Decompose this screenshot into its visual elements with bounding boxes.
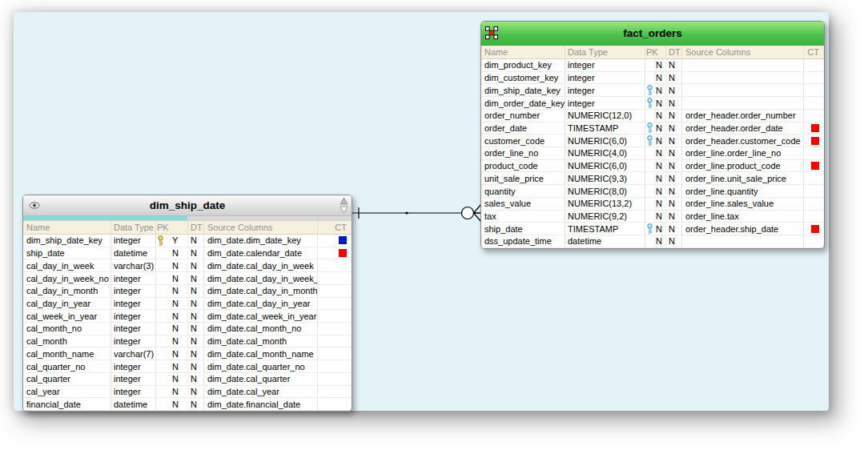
table-row[interactable]: cal_month_namevarchar(7)NNdim_date.cal_m… [23, 348, 352, 360]
fact-orders-title-bar[interactable]: fact_orders [481, 22, 824, 46]
ct-cell [318, 373, 352, 385]
eye-icon[interactable] [29, 202, 40, 209]
table-row[interactable]: dim_customer_keyintegerNN [481, 72, 824, 85]
table-row[interactable]: cal_quarterintegerNNdim_date.cal_quarter [23, 373, 352, 386]
pk-flag: N [172, 349, 179, 359]
table-row[interactable]: cal_month_nointegerNNdim_date.cal_month_… [23, 323, 352, 335]
column-data-type: integer [565, 59, 645, 71]
dt-flag: N [188, 323, 204, 335]
table-row[interactable]: financial_datedatetimeNNdim_date.financi… [23, 398, 352, 411]
scroll-up-arrow-icon[interactable] [340, 197, 348, 205]
column-name: customer_code [481, 135, 565, 147]
column-name: ship_date [23, 247, 111, 259]
column-name: cal_year [23, 386, 111, 398]
table-row[interactable]: dim_ship_date_keyintegerNN [481, 84, 824, 97]
column-name: cal_week_in_year [23, 310, 111, 322]
table-row[interactable]: cal_yearintegerNNdim_date.cal_year [23, 386, 352, 399]
column-data-type: datetime [565, 235, 645, 247]
column-name: cal_month [23, 335, 111, 348]
table-row[interactable]: order_numberNUMERIC(12,0)NNorder_header.… [481, 110, 824, 123]
ct-cell [804, 185, 824, 197]
source-columns: order_line.sales_value [682, 198, 804, 210]
pk-cell: N [156, 259, 188, 271]
ct-cell [318, 247, 352, 259]
source-columns: order_line.product_code [682, 160, 804, 172]
table-row[interactable]: cal_day_in_yearintegerNNdim_date.cal_day… [23, 298, 352, 311]
dt-flag: N [188, 247, 204, 259]
table-row[interactable]: ship_dateTIMESTAMPNNorder_header.ship_da… [481, 223, 824, 235]
ct-flag-red [339, 249, 347, 257]
pk-cell: N [645, 211, 666, 223]
source-columns: dim_date.cal_month [204, 335, 318, 348]
column-data-type: integer [111, 335, 156, 348]
column-header-datatype: Data Type [111, 221, 156, 234]
dt-flag: N [666, 172, 682, 184]
table-row[interactable]: cal_week_in_yearintegerNNdim_date.cal_we… [23, 310, 352, 323]
pk-cell: N [645, 59, 666, 71]
table-row[interactable]: sales_valueNUMERIC(13,2)NNorder_line.sal… [481, 198, 824, 211]
dt-flag: N [188, 310, 204, 322]
ct-cell [804, 123, 824, 135]
table-row[interactable]: cal_day_in_weekvarchar(3)NNdim_date.cal_… [23, 259, 352, 272]
pk-flag: N [656, 86, 662, 95]
table-row[interactable]: dim_product_keyintegerNN [481, 59, 824, 72]
pk-flag: N [656, 174, 662, 183]
source-columns: dim_date.cal_quarter [204, 373, 318, 385]
table-row[interactable]: unit_sale_priceNUMERIC(9,3)NNorder_line.… [481, 172, 824, 185]
pk-cell: N [645, 223, 666, 235]
table-row[interactable]: quantityNUMERIC(8,0)NNorder_line.quantit… [481, 185, 824, 198]
dt-flag: N [188, 373, 204, 385]
column-header-dt: DT [666, 46, 682, 58]
pk-flag: N [656, 60, 662, 70]
scroll-down-arrow-icon[interactable] [340, 206, 348, 214]
table-row[interactable]: ship_datedatetimeNNdim_date.calendar_dat… [23, 247, 352, 260]
pk-flag: N [172, 299, 179, 308]
dt-flag: N [188, 360, 204, 372]
column-data-type: varchar(7) [111, 348, 156, 360]
column-name: cal_month_no [23, 323, 111, 335]
column-name: unit_sale_price [481, 172, 565, 184]
table-row[interactable]: order_dateTIMESTAMPNNorder_header.order_… [481, 123, 824, 135]
pk-cell: N [645, 84, 666, 96]
ct-cell [318, 272, 352, 284]
column-name: cal_day_in_week [23, 259, 111, 271]
pk-flag: N [172, 400, 179, 409]
pk-flag: N [172, 311, 179, 321]
ct-flag-red [811, 225, 819, 233]
ct-cell [804, 160, 824, 172]
pk-flag: N [656, 148, 662, 158]
source-columns: order_header.ship_date [682, 223, 804, 235]
dt-flag: N [188, 348, 204, 360]
column-data-type: integer [111, 235, 156, 247]
table-row[interactable]: cal_monthintegerNNdim_date.cal_month [23, 335, 352, 348]
table-row[interactable]: dim_ship_date_keyintegerYNdim_date.dim_d… [23, 235, 352, 247]
table-row[interactable]: cal_quarter_nointegerNNdim_date.cal_quar… [23, 360, 352, 373]
table-title: fact_orders [623, 27, 682, 39]
table-row[interactable]: taxNUMERIC(9,2)NNorder_line.tax [481, 211, 824, 223]
table-row[interactable]: cal_day_in_monthintegerNNdim_date.cal_da… [23, 285, 352, 298]
column-data-type: NUMERIC(8,0) [565, 185, 645, 197]
table-row[interactable]: order_line_noNUMERIC(4,0)NNorder_line.or… [481, 147, 824, 160]
source-columns: dim_date.cal_day_in_month [204, 285, 318, 297]
table-row[interactable]: dss_update_timedatetimeNN [481, 235, 824, 248]
dt-flag: N [666, 97, 682, 109]
column-data-type: integer [111, 323, 156, 335]
ct-flag-red [811, 162, 819, 170]
column-header-ct: CT [804, 46, 824, 58]
dim-ship-date-title-bar[interactable]: dim_ship_date [23, 195, 352, 216]
table-row[interactable]: customer_codeNUMERIC(6,0)NNorder_header.… [481, 135, 824, 147]
pk-cell: N [645, 147, 666, 159]
pk-cell: N [156, 373, 188, 385]
pk-cell: N [645, 198, 666, 210]
table-row[interactable]: cal_day_in_week_nointegerNNdim_date.cal_… [23, 272, 352, 285]
table-row[interactable]: dim_order_date_keyintegerNN [481, 97, 824, 110]
source-columns [682, 235, 804, 247]
column-data-type: TIMESTAMP [565, 223, 645, 235]
pk-cell: N [645, 135, 666, 147]
ct-cell [318, 360, 352, 372]
relationship-connector[interactable] [336, 197, 484, 231]
table-row[interactable]: product_codeNUMERIC(6,0)NNorder_line.pro… [481, 160, 824, 173]
pk-cell: N [156, 323, 188, 335]
pk-flag: N [172, 248, 179, 258]
column-name: order_number [481, 110, 565, 122]
